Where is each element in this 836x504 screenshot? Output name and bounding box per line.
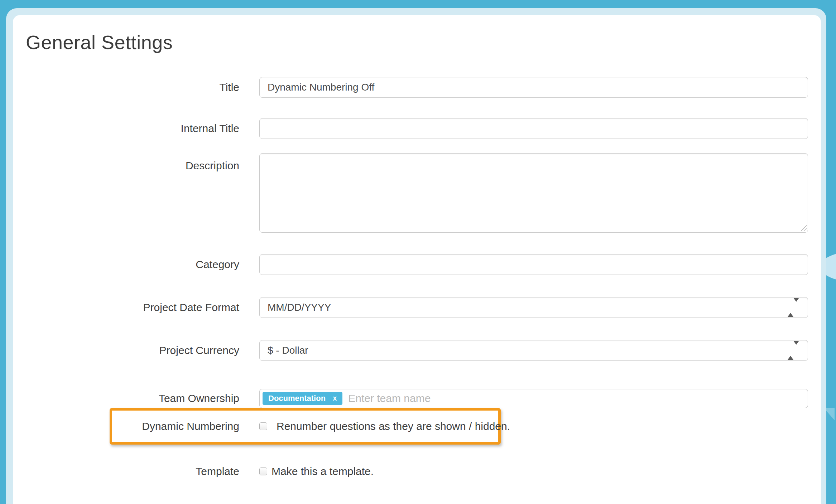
team-name-input[interactable] xyxy=(348,392,803,404)
settings-card: General Settings Title Internal Title De… xyxy=(13,15,821,504)
field-row-internal-title: Internal Title xyxy=(13,118,821,139)
project-currency-value: $ - Dollar xyxy=(268,345,308,356)
title-label: Title xyxy=(13,81,239,93)
category-input[interactable] xyxy=(259,254,808,275)
field-row-team-ownership: Team Ownership Documentation x xyxy=(13,389,821,408)
tag-remove-icon[interactable]: x xyxy=(333,394,337,402)
chevron-up-icon xyxy=(788,345,793,360)
description-textarea[interactable] xyxy=(259,153,808,233)
team-ownership-field[interactable]: Documentation x xyxy=(259,389,808,408)
title-input[interactable] xyxy=(259,77,808,98)
project-date-format-label: Project Date Format xyxy=(13,301,239,314)
project-date-format-value: MM/DD/YYYY xyxy=(268,302,331,313)
page-background: { "page": { "title": "General Settings" … xyxy=(0,0,836,504)
chevron-up-icon xyxy=(788,302,793,317)
template-checkbox-label: Make this a template. xyxy=(272,465,374,478)
template-checkbox[interactable] xyxy=(259,467,267,475)
team-tag-badge: Documentation x xyxy=(263,392,342,405)
page-title: General Settings xyxy=(26,31,821,54)
chevron-down-icon xyxy=(793,298,799,313)
settings-card-border: General Settings Title Internal Title De… xyxy=(6,8,826,504)
field-row-category: Category xyxy=(13,254,821,275)
project-currency-label: Project Currency xyxy=(13,344,239,357)
internal-title-input[interactable] xyxy=(259,118,808,139)
field-row-dynamic-numbering: Dynamic Numbering Renumber questions as … xyxy=(13,408,821,445)
template-label: Template xyxy=(13,465,239,478)
field-row-project-date-format: Project Date Format MM/DD/YYYY xyxy=(13,297,821,318)
project-date-format-select[interactable]: MM/DD/YYYY xyxy=(259,297,808,318)
field-row-project-currency: Project Currency $ - Dollar xyxy=(13,340,821,361)
category-label: Category xyxy=(13,258,239,271)
project-currency-select[interactable]: $ - Dollar xyxy=(259,340,808,361)
field-row-title: Title xyxy=(13,77,821,98)
select-spinner-icon xyxy=(788,345,799,356)
field-row-template: Template Make this a template. xyxy=(13,465,821,478)
renumber-checkbox-label: Renumber questions as they are shown / h… xyxy=(277,420,510,432)
chevron-down-icon xyxy=(793,341,799,356)
renumber-checkbox[interactable] xyxy=(259,422,267,430)
field-row-description: Description xyxy=(13,153,821,233)
description-label: Description xyxy=(13,153,239,172)
internal-title-label: Internal Title xyxy=(13,122,239,135)
team-ownership-label: Team Ownership xyxy=(13,392,239,404)
select-spinner-icon xyxy=(788,302,799,313)
team-tag-label: Documentation xyxy=(268,394,326,403)
dynamic-numbering-label: Dynamic Numbering xyxy=(13,420,239,432)
general-settings-form: Title Internal Title Description xyxy=(13,77,821,478)
